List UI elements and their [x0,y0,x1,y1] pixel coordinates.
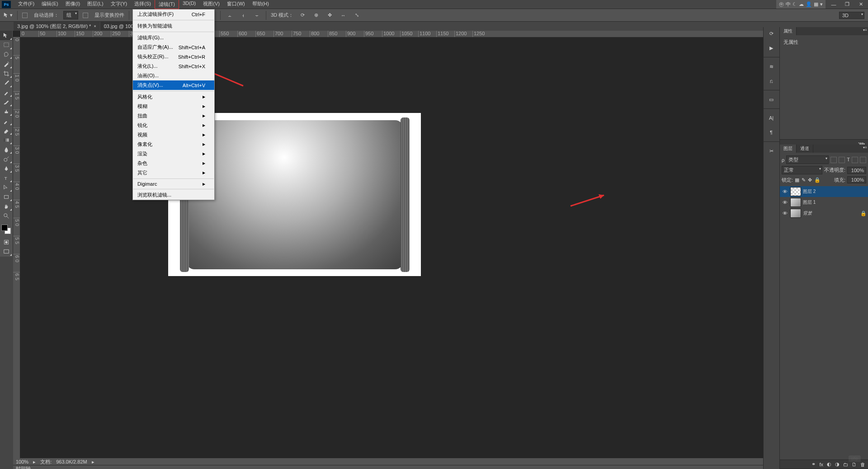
screen-mode[interactable] [0,247,12,256]
history-panel-icon[interactable]: ⟳ [764,27,779,40]
filter-blur[interactable]: 模糊▶ [133,102,214,111]
group-icon[interactable]: 🗀 [843,462,848,467]
pan-3d-icon[interactable]: ✥ [325,11,334,20]
filter-noise[interactable]: 杂色▶ [133,159,214,168]
layer-row[interactable]: 👁 图层 1 [780,197,868,208]
layer-mask-icon[interactable]: ◐ [827,461,831,467]
panel-menu-icon[interactable]: ▾≡ [863,28,867,32]
filter-video[interactable]: 视频▶ [133,130,214,140]
filter-shape-icon[interactable] [852,157,858,163]
doc-info[interactable]: 963.0K/2.82M [56,459,87,464]
filter-type-icon[interactable]: T [847,157,850,163]
layer-row[interactable]: 👁 背景 🔒 [780,208,868,219]
adjustment-layer-icon[interactable]: ◑ [835,461,840,467]
lasso-tool[interactable] [0,50,12,59]
window-maximize-button[interactable]: ❐ [842,1,853,8]
marquee-tool[interactable] [0,40,12,50]
type-tool[interactable]: T [0,173,12,183]
new-layer-icon[interactable]: 🗋 [852,462,857,467]
menu-layer[interactable]: 图层(L) [84,0,107,9]
rotate-3d-icon[interactable]: ⟳ [298,11,307,20]
move-tool[interactable] [0,31,12,40]
layer-name[interactable]: 背景 [803,210,860,216]
menu-edit[interactable]: 编辑(E) [38,0,62,9]
rectangle-tool[interactable] [0,192,12,202]
layers-tab[interactable]: 图层 [780,145,797,153]
filter-pixelate[interactable]: 像素化▶ [133,140,214,149]
layer-name[interactable]: 图层 1 [803,199,867,206]
delete-layer-icon[interactable]: 🗑 [860,462,865,467]
visibility-eye-icon[interactable]: 👁 [781,211,788,216]
menu-3d[interactable]: 3D(D) [179,0,199,9]
magic-wand-tool[interactable] [0,59,12,69]
slide-3d-icon[interactable]: ↔ [339,11,348,20]
gradient-tool[interactable] [0,135,12,145]
ime-indicator[interactable]: ㊥ 中 ☾ ☁ 👤 ▦ ▾ [776,0,826,9]
layer-style-icon[interactable]: fx [819,462,823,467]
pen-tool[interactable] [0,164,12,173]
actions-panel-icon[interactable]: ▶ [764,42,779,54]
filter-smart-icon[interactable] [860,157,866,163]
filter-lens-correction[interactable]: 镜头校正(R)...Shift+Ctrl+R [133,52,214,61]
show-transform-checkbox[interactable] [83,12,90,18]
close-icon[interactable]: × [94,24,96,28]
filter-gallery[interactable]: 滤镜库(G)... [133,33,214,42]
menu-image[interactable]: 图像(I) [62,0,84,9]
properties-tab[interactable]: 属性 [780,27,797,35]
filter-other[interactable]: 其它▶ [133,168,214,178]
opacity-value[interactable]: 100% [847,167,866,174]
filter-distort[interactable]: 扭曲▶ [133,111,214,121]
filter-adaptive-wide-angle[interactable]: 自适应广角(A)...Shift+Ctrl+A [133,42,214,52]
filter-sharpen[interactable]: 锐化▶ [133,121,214,130]
move-tool-icon[interactable]: ▾ [4,11,13,20]
hand-tool[interactable] [0,202,12,211]
character-panel-icon[interactable]: A| [764,112,779,124]
lock-transparency-icon[interactable]: ▦ [795,177,799,183]
distribute-h-icon[interactable]: ⫠ [225,11,234,20]
lock-position-icon[interactable]: ✥ [808,177,812,183]
blur-tool[interactable] [0,145,12,154]
menu-filter[interactable]: 滤镜(T) [155,0,179,9]
visibility-eye-icon[interactable]: 👁 [781,189,788,194]
menu-window[interactable]: 窗口(W) [223,0,249,9]
filter-vanishing-point[interactable]: 消失点(V)...Alt+Ctrl+V [133,80,214,90]
roll-3d-icon[interactable]: ⊕ [311,11,321,20]
filter-digimarc[interactable]: Digimarc▶ [133,180,214,188]
layer-row[interactable]: 👁 图层 2 [780,186,868,197]
crop-tool[interactable] [0,69,12,78]
workspace-3d-dropdown[interactable]: 3D [839,12,864,19]
timeline-bar[interactable]: 时间轴 [13,465,763,469]
lock-pixels-icon[interactable]: ✎ [802,177,806,183]
scale-3d-icon[interactable]: ⤡ [352,11,361,20]
eyedropper-tool[interactable] [0,78,12,88]
window-minimize-button[interactable]: — [828,1,839,8]
layer-name[interactable]: 图层 2 [803,188,867,195]
clone-source-icon[interactable]: ⎌ [764,75,779,87]
ruler-horizontal[interactable]: 0501001502002503003504004505005506006507… [20,31,763,38]
color-swatches[interactable] [0,223,12,235]
layer-kind-dropdown[interactable]: 类型 [786,155,829,164]
paragraph-panel-icon[interactable]: ¶ [764,126,779,139]
distribute-icon[interactable]: ⫟ [252,11,261,20]
history-brush-tool[interactable] [0,116,12,126]
auto-select-checkbox[interactable] [22,12,29,18]
scissors-icon[interactable]: ✂ [764,145,779,157]
layer-thumbnail[interactable] [790,187,801,196]
healing-brush-tool[interactable] [0,88,12,97]
visibility-eye-icon[interactable]: 👁 [781,200,788,205]
filter-liquify[interactable]: 液化(L)...Shift+Ctrl+X [133,61,214,71]
window-close-button[interactable]: ✕ [855,1,866,8]
layer-thumbnail[interactable] [790,198,801,207]
menu-file[interactable]: 文件(F) [14,0,38,9]
paths-panel-icon[interactable]: ▭ [764,93,779,106]
chevron-right-icon[interactable]: ▸ [92,459,94,465]
filter-stylize[interactable]: 风格化▶ [133,92,214,102]
filter-render[interactable]: 渲染▶ [133,149,214,159]
document-tab-1[interactable]: 3.jpg @ 100% (图层 2, RGB/8#) * × [14,22,100,31]
distribute-v-icon[interactable]: ⫞ [239,11,248,20]
fill-value[interactable]: 100% [847,176,866,183]
filter-smart[interactable]: 转换为智能滤镜 [133,21,214,31]
lock-all-icon[interactable]: 🔒 [814,177,821,183]
foreground-color-swatch[interactable] [1,225,8,231]
clone-stamp-tool[interactable] [0,107,12,116]
